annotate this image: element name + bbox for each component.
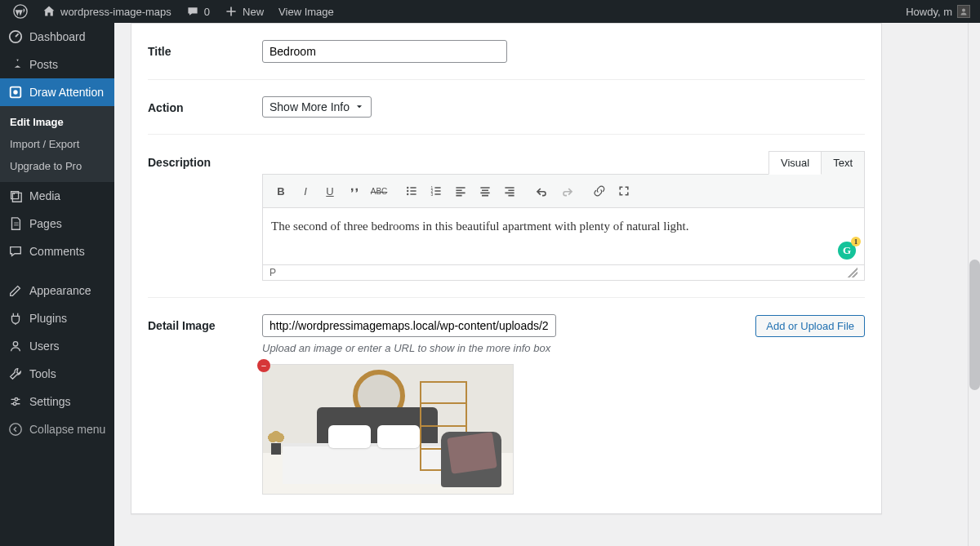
- menu-label: Posts: [29, 58, 58, 71]
- home-icon: [42, 5, 56, 18]
- bold-button[interactable]: B: [270, 180, 292, 202]
- users-icon: [8, 339, 23, 353]
- scrollbar[interactable]: [968, 23, 980, 546]
- fullscreen-button[interactable]: [612, 180, 635, 202]
- tab-visual[interactable]: Visual: [768, 151, 822, 175]
- settings-icon: [8, 394, 23, 409]
- resize-handle[interactable]: [848, 268, 858, 277]
- draw-icon: [8, 85, 23, 100]
- menu-draw-attention[interactable]: Draw Attention: [0, 78, 114, 106]
- tools-icon: [8, 366, 23, 381]
- submenu-import-export[interactable]: Import / Export: [0, 133, 114, 155]
- align-left-button[interactable]: [449, 180, 472, 202]
- view-image-link[interactable]: View Image: [272, 0, 341, 23]
- edit-panel: Title Action Show More Info Description …: [131, 23, 882, 514]
- undo-button[interactable]: [531, 180, 554, 202]
- submenu-edit-image[interactable]: Edit Image: [0, 111, 114, 133]
- comments-icon: [8, 244, 23, 259]
- strikethrough-button[interactable]: ABC: [368, 180, 390, 202]
- svg-point-11: [407, 190, 408, 192]
- redo-button[interactable]: [555, 180, 578, 202]
- comments-link[interactable]: 0: [180, 0, 216, 23]
- dashboard-icon: [8, 29, 23, 44]
- menu-label: Media: [29, 189, 60, 202]
- title-input[interactable]: [262, 40, 507, 63]
- align-right-button[interactable]: [498, 180, 521, 202]
- bedroom-illustration: [263, 365, 513, 494]
- detail-image-input[interactable]: [262, 314, 556, 337]
- admin-bar: wordpress-image-maps 0 New View Image Ho…: [0, 0, 980, 23]
- title-label: Title: [148, 40, 262, 58]
- menu-posts[interactable]: Posts: [0, 51, 114, 78]
- field-description: Description Visual Text B I U ABC 123: [148, 135, 865, 298]
- description-label: Description: [148, 151, 262, 169]
- menu-label: Appearance: [29, 284, 91, 297]
- menu-dashboard[interactable]: Dashboard: [0, 23, 114, 51]
- quote-button[interactable]: [343, 180, 366, 202]
- plus-icon: [225, 5, 238, 18]
- menu-users[interactable]: Users: [0, 332, 114, 360]
- menu-label: Draw Attention: [29, 86, 104, 99]
- number-list-button[interactable]: 123: [425, 180, 448, 202]
- underline-button[interactable]: U: [318, 180, 341, 202]
- menu-settings[interactable]: Settings: [0, 388, 114, 415]
- svg-point-10: [407, 187, 408, 189]
- view-label: View Image: [278, 6, 334, 18]
- link-button[interactable]: [588, 180, 611, 202]
- collapse-menu[interactable]: Collapse menu: [0, 415, 114, 443]
- submenu-draw-attention: Edit Image Import / Export Upgrade to Pr…: [0, 106, 114, 182]
- menu-appearance[interactable]: Appearance: [0, 277, 114, 304]
- menu-media[interactable]: Media: [0, 182, 114, 210]
- svg-point-7: [15, 398, 18, 402]
- svg-point-9: [10, 424, 21, 435]
- tab-text[interactable]: Text: [821, 151, 865, 175]
- field-title: Title: [148, 24, 865, 80]
- menu-label: Comments: [29, 245, 85, 258]
- site-name-link[interactable]: wordpress-image-maps: [36, 0, 178, 23]
- editor-tabs: Visual Text: [262, 151, 865, 175]
- adminbar-left: wordpress-image-maps 0 New View Image: [7, 0, 341, 23]
- new-link[interactable]: New: [218, 0, 270, 23]
- comments-count: 0: [204, 6, 210, 18]
- svg-point-12: [407, 193, 408, 195]
- submenu-upgrade[interactable]: Upgrade to Pro: [0, 155, 114, 177]
- upload-help: Upload an image or enter a URL to show i…: [262, 342, 865, 354]
- svg-point-6: [13, 342, 17, 346]
- bullet-list-button[interactable]: [400, 180, 423, 202]
- menu-pages[interactable]: Pages: [0, 210, 114, 237]
- upload-button[interactable]: Add or Upload File: [755, 315, 865, 337]
- menu-label: Dashboard: [29, 30, 86, 43]
- svg-text:3: 3: [431, 193, 434, 197]
- grammarly-badge[interactable]: G: [838, 242, 856, 260]
- description-editor[interactable]: The second of three bedrooms in this bea…: [262, 208, 865, 265]
- main-content: Title Action Show More Info Description …: [114, 23, 980, 546]
- menu-comments[interactable]: Comments: [0, 237, 114, 265]
- svg-point-1: [962, 9, 965, 12]
- remove-image-button[interactable]: −: [257, 359, 270, 372]
- field-detail-image: Detail Image Add or Upload File Upload a…: [148, 298, 865, 513]
- scrollbar-thumb[interactable]: [969, 260, 980, 390]
- wp-logo[interactable]: [7, 0, 34, 23]
- menu-tools[interactable]: Tools: [0, 360, 114, 388]
- menu-plugins[interactable]: Plugins: [0, 304, 114, 332]
- editor-statusbar: P: [262, 265, 865, 281]
- italic-button[interactable]: I: [294, 180, 317, 202]
- collapse-icon: [8, 422, 23, 437]
- field-action: Action Show More Info: [148, 80, 865, 135]
- action-select[interactable]: Show More Info: [262, 96, 372, 118]
- detail-image-label: Detail Image: [148, 314, 262, 332]
- svg-point-4: [13, 90, 17, 94]
- menu-label: Settings: [29, 395, 71, 408]
- align-center-button[interactable]: [474, 180, 497, 202]
- chevron-down-icon: [354, 102, 364, 112]
- menu-label: Tools: [29, 367, 56, 380]
- howdy-text: Howdy, m: [906, 6, 952, 18]
- admin-sidebar: Dashboard Posts Draw Attention Edit Imag…: [0, 23, 114, 546]
- detail-image-preview: [262, 364, 514, 495]
- media-icon: [8, 189, 23, 203]
- menu-label: Pages: [29, 217, 62, 230]
- adminbar-right[interactable]: Howdy, m: [906, 5, 973, 18]
- comment-icon: [186, 5, 199, 18]
- detail-image-preview-wrap: −: [262, 364, 514, 495]
- pages-icon: [8, 216, 23, 231]
